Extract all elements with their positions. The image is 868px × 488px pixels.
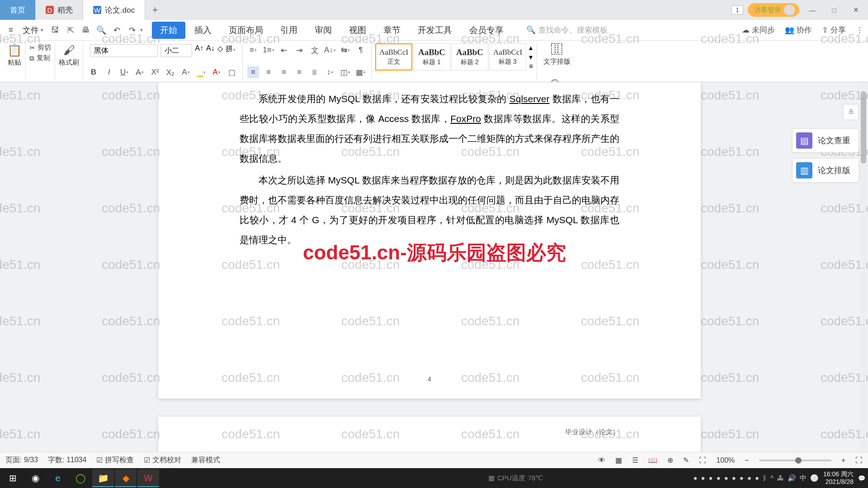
page-view-icon[interactable]: ▦ <box>615 456 622 465</box>
menu-view[interactable]: 视图 <box>341 22 374 39</box>
style-down-icon[interactable]: ▾ <box>529 53 533 61</box>
compat-mode[interactable]: 兼容模式 <box>191 455 220 465</box>
highlight-icon[interactable]: ▁ <box>195 66 207 78</box>
fullscreen-icon[interactable]: ⛶ <box>855 456 863 465</box>
tab-document[interactable]: W论文.doc <box>83 0 145 20</box>
tab-daoqiao[interactable]: D稻壳 <box>36 0 83 20</box>
clock[interactable]: 16:06 周六2021/8/28 <box>823 470 854 486</box>
tray-icon[interactable]: ● <box>740 474 744 483</box>
tab-home[interactable]: 首页 <box>0 0 36 20</box>
decrease-font-icon[interactable]: A↓ <box>206 44 215 57</box>
save-icon[interactable]: 🖫 <box>48 23 62 38</box>
coop-button[interactable]: 👥协作 <box>785 25 812 35</box>
menu-start[interactable]: 开始 <box>152 22 185 39</box>
cpu-widget[interactable]: ▦CPU温度 78℃ <box>488 474 543 483</box>
tab-icon[interactable]: ⇆ <box>340 44 351 56</box>
sort-icon[interactable]: A↓ <box>324 44 336 56</box>
preview-icon[interactable]: 🔍 <box>94 23 108 38</box>
tray-icon[interactable]: ● <box>717 474 721 483</box>
sync-status[interactable]: ☁未同步 <box>742 25 775 35</box>
zoom-value[interactable]: 100% <box>716 456 735 465</box>
tray-icon[interactable]: ● <box>693 474 697 483</box>
tray-search-icon[interactable]: ⚪ <box>810 474 819 483</box>
outline-view-icon[interactable]: ☰ <box>632 456 638 465</box>
distribute-icon[interactable]: ⫼ <box>309 66 321 78</box>
zoom-out[interactable]: − <box>745 456 749 465</box>
hamburger-icon[interactable]: ≡ <box>4 23 18 38</box>
zoom-knob[interactable] <box>795 457 802 464</box>
style-h3[interactable]: AaBbCcI标题 3 <box>489 43 526 70</box>
menu-chapter[interactable]: 章节 <box>375 22 409 39</box>
fit-width-icon[interactable]: ⛶ <box>699 456 706 465</box>
underline-icon[interactable]: U <box>118 66 130 78</box>
tray-icon[interactable]: ● <box>724 474 728 483</box>
undo-icon[interactable]: ↶ <box>109 23 124 38</box>
align-center-icon[interactable]: ≡ <box>263 66 274 78</box>
copy-button[interactable]: ⧉复制 <box>29 54 51 62</box>
print-icon[interactable]: 🖶 <box>79 23 93 38</box>
align-justify-icon[interactable]: ≡ <box>293 66 305 78</box>
indent-decrease-icon[interactable]: ⇤ <box>278 44 290 56</box>
style-more-icon[interactable]: ≡ <box>529 62 533 70</box>
document-workspace[interactable]: 系统开发使用的 MySQL 数据库，还有安装过程比较复杂的 Sqlserver … <box>0 82 868 468</box>
font-color-icon[interactable]: A <box>211 66 222 78</box>
font-family-select[interactable]: 黑体 <box>90 44 158 57</box>
menu-pagelayout[interactable]: 页面布局 <box>221 22 271 39</box>
strike-icon[interactable]: A̶ <box>134 66 146 78</box>
task-explorer[interactable]: 📁 <box>92 469 114 487</box>
new-tab-button[interactable]: + <box>145 0 165 20</box>
thesis-layout-button[interactable]: ▥论文排版 <box>792 158 859 183</box>
tray-icon[interactable]: ● <box>709 474 713 483</box>
vertical-scrollbar[interactable] <box>860 82 867 468</box>
share-button[interactable]: ⇪分享 <box>822 25 846 35</box>
volume-icon[interactable]: 🔊 <box>788 474 796 483</box>
task-ie[interactable]: e <box>47 469 69 487</box>
notifications-icon[interactable]: 💬 <box>858 475 865 482</box>
increase-font-icon[interactable]: A↑ <box>195 44 203 57</box>
read-view-icon[interactable]: 📖 <box>648 456 657 465</box>
task-wps[interactable]: W <box>137 469 159 487</box>
spell-check[interactable]: ☑拼写检查 <box>96 455 134 465</box>
scroll-thumb[interactable] <box>861 91 866 164</box>
menu-devtools[interactable]: 开发工具 <box>410 22 460 39</box>
start-button[interactable]: ⊞ <box>2 469 24 487</box>
task-app-1[interactable]: ◉ <box>24 469 46 487</box>
bullets-icon[interactable]: ≡ <box>247 44 259 56</box>
shading-icon[interactable]: ◫ <box>340 66 351 78</box>
asian-layout-icon[interactable]: 文 <box>309 44 321 56</box>
more-icon[interactable]: ⋮ <box>856 25 863 35</box>
file-menu[interactable]: 文件▾ <box>19 25 47 36</box>
network-icon[interactable]: 🖧 <box>777 474 784 483</box>
style-h1[interactable]: AaBbC标题 1 <box>413 43 450 70</box>
superscript-icon[interactable]: X² <box>149 66 161 78</box>
bold-icon[interactable]: B <box>88 66 99 78</box>
notification-count[interactable]: 1 <box>731 5 743 14</box>
zoom-in[interactable]: + <box>841 456 845 465</box>
page-indicator[interactable]: 页面: 9/33 <box>5 455 38 465</box>
thesis-check-button[interactable]: ▤论文查重 <box>792 128 859 153</box>
close-button[interactable]: ✕ <box>847 3 864 17</box>
zoom-slider[interactable] <box>759 460 831 461</box>
minimize-button[interactable]: — <box>804 3 821 17</box>
tray-icon[interactable]: ● <box>701 474 705 483</box>
font-size-select[interactable]: 小二 <box>160 44 192 57</box>
borders-icon[interactable]: ▦ <box>355 66 367 78</box>
tray-icon[interactable]: ● <box>755 474 759 483</box>
paste-button[interactable]: 📋粘贴 <box>7 43 22 67</box>
text-effect-icon[interactable]: A <box>180 66 192 78</box>
text-layout-button[interactable]: ⿲文字排版 <box>543 42 571 66</box>
align-left-icon[interactable]: ≡ <box>247 66 259 78</box>
char-border-icon[interactable]: ▢ <box>226 66 238 78</box>
menu-insert[interactable]: 插入 <box>186 22 220 39</box>
menu-member[interactable]: 会员专享 <box>461 22 512 39</box>
bluetooth-icon[interactable]: ᛒ <box>763 474 767 483</box>
style-h2[interactable]: AaBbC标题 2 <box>451 43 488 70</box>
tray-icon[interactable]: ● <box>732 474 736 483</box>
italic-icon[interactable]: I <box>103 66 115 78</box>
phonetic-icon[interactable]: 拼 <box>226 44 236 57</box>
maximize-button[interactable]: □ <box>826 3 843 17</box>
redo-icon[interactable]: ↷ <box>125 23 139 38</box>
numbering-icon[interactable]: 1≡ <box>263 44 274 56</box>
tray-up-icon[interactable]: ^ <box>770 474 774 483</box>
indent-increase-icon[interactable]: ⇥ <box>293 44 305 56</box>
